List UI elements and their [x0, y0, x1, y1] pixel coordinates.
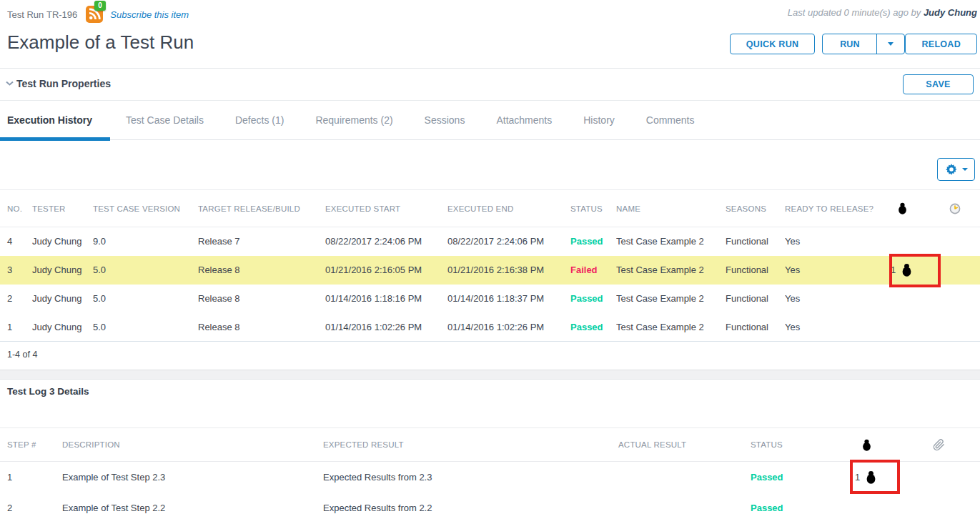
cell-ready: Yes	[785, 313, 876, 342]
cell-target: Release 7	[198, 227, 325, 256]
cell-defects[interactable]: 1	[876, 256, 929, 285]
pagination-summary: 1-4 of 4	[7, 350, 37, 360]
col-status[interactable]: STATUS	[751, 428, 836, 462]
cell-defects[interactable]: 1	[836, 462, 897, 493]
cell-end: 01/14/2016 1:02:26 PM	[447, 313, 570, 342]
cell-no: 2	[0, 285, 32, 313]
tab-history[interactable]: History	[568, 101, 630, 140]
cell-description: Example of Test Step 2.3	[62, 462, 323, 493]
cell-expected: Expected Results from 2.2	[323, 493, 618, 523]
table-header-row: STEP # DESCRIPTION EXPECTED RESULT ACTUA…	[0, 428, 980, 462]
cell-defects	[876, 285, 929, 313]
table-row[interactable]: 2 Judy Chung 5.0 Release 8 01/14/2016 1:…	[0, 285, 980, 313]
col-expected-result[interactable]: EXPECTED RESULT	[323, 428, 618, 462]
cell-step: 2	[0, 493, 62, 523]
tab-defects[interactable]: Defects (1)	[219, 101, 300, 140]
cell-duration	[929, 313, 980, 342]
cell-ready: Yes	[785, 227, 876, 256]
cell-name: Test Case Example 2	[616, 256, 726, 285]
tab-sessions[interactable]: Sessions	[409, 101, 481, 140]
cell-target: Release 8	[198, 313, 325, 342]
col-seasons[interactable]: SEASONS	[726, 190, 785, 227]
cell-tester: Judy Chung	[32, 285, 93, 313]
item-id: TR-196	[46, 9, 77, 20]
run-button[interactable]: RUN	[823, 34, 876, 54]
status-badge: Passed	[570, 285, 616, 313]
bug-icon[interactable]	[899, 262, 914, 277]
cell-attachments	[897, 462, 980, 493]
cell-defects	[876, 227, 929, 256]
col-status[interactable]: STATUS	[570, 190, 616, 227]
col-actual-result[interactable]: ACTUAL RESULT	[618, 428, 751, 462]
execution-history-table: NO. TESTER TEST CASE VERSION TARGET RELE…	[0, 189, 980, 342]
tab-execution-history[interactable]: Execution History	[0, 101, 110, 140]
status-badge: Passed	[570, 227, 616, 256]
tab-requirements[interactable]: Requirements (2)	[300, 101, 408, 140]
col-target-release-build[interactable]: TARGET RELEASE/BUILD	[198, 190, 325, 227]
col-executed-end[interactable]: EXECUTED END	[447, 190, 570, 227]
table-row[interactable]: 4 Judy Chung 9.0 Release 7 08/22/2017 2:…	[0, 227, 980, 256]
quick-run-button[interactable]: QUICK RUN	[730, 34, 816, 54]
col-name[interactable]: NAME	[616, 190, 726, 227]
col-defects[interactable]	[836, 428, 897, 462]
col-executed-start[interactable]: EXECUTED START	[325, 190, 447, 227]
cell-version: 5.0	[93, 285, 198, 313]
tab-comments[interactable]: Comments	[630, 101, 711, 140]
cell-version: 5.0	[93, 256, 198, 285]
cell-ready: Yes	[785, 256, 876, 285]
table-row[interactable]: 2 Example of Test Step 2.2 Expected Resu…	[0, 493, 980, 523]
cell-no: 3	[0, 256, 32, 285]
col-defects[interactable]	[876, 190, 929, 227]
col-tester[interactable]: TESTER	[32, 190, 93, 227]
cell-end: 01/21/2016 2:16:38 PM	[447, 256, 570, 285]
table-row-selected[interactable]: 3 Judy Chung 5.0 Release 8 01/21/2016 2:…	[0, 256, 980, 285]
page-header: Test Run TR-196 0 Subscribe this item La…	[0, 0, 980, 69]
cell-tester: Judy Chung	[32, 227, 93, 256]
cell-no: 1	[0, 313, 32, 342]
rss-subscribe-icon[interactable]: 0	[86, 6, 103, 23]
run-menu-button[interactable]	[876, 34, 904, 54]
grid-settings-button[interactable]	[937, 158, 975, 181]
col-description[interactable]: DESCRIPTION	[62, 428, 323, 462]
status-badge: Failed	[570, 256, 616, 285]
cell-version: 9.0	[93, 227, 198, 256]
bug-icon[interactable]	[863, 470, 878, 485]
chevron-down-icon	[6, 81, 14, 86]
col-attachments[interactable]	[897, 428, 980, 462]
test-run-page: Test Run TR-196 0 Subscribe this item La…	[0, 0, 980, 524]
defect-count: 1	[855, 472, 860, 483]
col-step-number[interactable]: STEP #	[0, 428, 62, 462]
tab-attachments[interactable]: Attachments	[480, 101, 568, 140]
cell-step: 1	[0, 462, 62, 493]
cell-defects	[876, 313, 929, 342]
item-type-label: Test Run	[7, 9, 44, 20]
save-button[interactable]: SAVE	[903, 74, 974, 94]
paperclip-icon	[933, 439, 945, 451]
bug-icon	[896, 202, 909, 215]
col-test-case-version[interactable]: TEST CASE VERSION	[93, 190, 198, 227]
page-title: Example of a Test Run	[7, 31, 194, 54]
subscribe-link[interactable]: Subscribe this item	[110, 9, 189, 20]
col-no[interactable]: NO.	[0, 190, 32, 227]
bug-icon	[860, 438, 873, 452]
cell-seasons: Functional	[726, 227, 785, 256]
caret-down-icon	[888, 42, 894, 46]
cell-end: 01/14/2016 1:18:37 PM	[447, 285, 570, 313]
cell-version: 5.0	[93, 313, 198, 342]
table-row[interactable]: 1 Judy Chung 5.0 Release 8 01/14/2016 1:…	[0, 313, 980, 342]
table-row[interactable]: 1 Example of Test Step 2.3 Expected Resu…	[0, 462, 980, 493]
cell-start: 01/21/2016 2:16:05 PM	[325, 256, 447, 285]
cell-start: 01/14/2016 1:18:16 PM	[325, 285, 447, 313]
cell-tester: Judy Chung	[32, 256, 93, 285]
reload-button[interactable]: RELOAD	[905, 34, 977, 54]
tab-test-case-details[interactable]: Test Case Details	[110, 101, 219, 140]
col-ready-to-release[interactable]: READY TO RELEASE?	[785, 190, 876, 227]
cell-target: Release 8	[198, 256, 325, 285]
table-header-row: NO. TESTER TEST CASE VERSION TARGET RELE…	[0, 190, 980, 227]
section-divider	[0, 370, 980, 380]
col-duration[interactable]	[929, 190, 980, 227]
last-updated-user[interactable]: Judy Chung	[924, 7, 977, 18]
cell-seasons: Functional	[726, 285, 785, 313]
properties-collapse-toggle[interactable]: Test Run Properties	[6, 78, 111, 89]
item-type-and-id: Test Run TR-196	[7, 9, 77, 20]
